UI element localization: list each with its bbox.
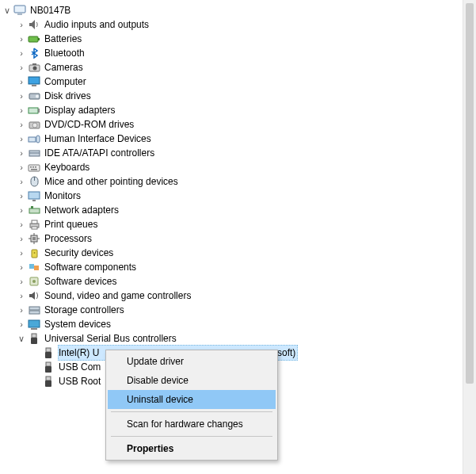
tree-label[interactable]: Audio inputs and outputs [44, 17, 151, 32]
tree-label[interactable]: Print queues [44, 216, 100, 232]
tree-label[interactable]: Keyboards [44, 159, 92, 175]
tree-label[interactable]: Universal Serial Bus controllers [44, 331, 179, 346]
tree-item-sound[interactable]: ›Sound, video and game controllers [16, 289, 476, 303]
chevron-right-icon[interactable]: › [16, 46, 27, 60]
chevron-right-icon[interactable]: › [16, 174, 27, 189]
chevron-right-icon[interactable]: › [16, 32, 27, 46]
svg-point-41 [33, 252, 35, 254]
tree-item-bluetooth[interactable]: ›Bluetooth [16, 46, 476, 60]
svg-rect-9 [32, 85, 36, 86]
tree-label[interactable]: IDE ATA/ATAPI controllers [44, 145, 157, 161]
chevron-right-icon[interactable]: › [16, 75, 27, 89]
chevron-right-icon[interactable]: › [16, 274, 27, 289]
tree-item-batteries[interactable]: ›Batteries [16, 32, 476, 46]
menu-scan-hardware[interactable]: Scan for hardware changes [108, 415, 276, 434]
tree-item-swcomp[interactable]: ›Software components [16, 260, 476, 274]
battery-icon [27, 32, 41, 45]
scrollbar[interactable] [463, 0, 476, 474]
svg-rect-49 [29, 320, 40, 327]
chevron-right-icon[interactable]: › [16, 317, 27, 331]
chevron-right-icon[interactable]: › [16, 260, 27, 274]
tree-item-security[interactable]: ›Security devices [16, 246, 476, 260]
chevron-right-icon[interactable]: › [16, 217, 27, 231]
chevron-right-icon[interactable]: › [16, 103, 27, 117]
chevron-right-icon[interactable]: › [16, 231, 27, 246]
tree-item-hid[interactable]: ›Human Interface Devices [16, 132, 476, 146]
bluetooth-icon [27, 47, 41, 59]
scrollbar-thumb[interactable] [466, 3, 474, 384]
tree-label[interactable]: Cameras [44, 59, 86, 75]
chevron-down-icon[interactable]: ∨ [2, 3, 13, 17]
tree-label[interactable]: Security devices [44, 245, 116, 261]
tree-item-dvd[interactable]: ›DVD/CD-ROM drives [16, 117, 476, 132]
tree-item-computer[interactable]: ›Computer [16, 75, 476, 89]
chevron-right-icon[interactable]: › [16, 132, 27, 146]
menu-disable-device[interactable]: Disable device [108, 371, 276, 390]
chevron-right-icon[interactable]: › [16, 89, 27, 103]
chevron-right-icon[interactable]: › [16, 60, 27, 75]
tree-item-monitors[interactable]: ›Monitors [16, 189, 476, 203]
tree-label[interactable]: DVD/CD-ROM drives [44, 117, 136, 132]
svg-rect-16 [29, 137, 36, 142]
tree-item-storage[interactable]: ›Storage controllers [16, 303, 476, 317]
tree-item-ide[interactable]: ›IDE ATA/ATAPI controllers [16, 146, 476, 160]
tree-item-display-adapters[interactable]: ›Display adapters [16, 103, 476, 117]
tree-label[interactable]: Processors [44, 231, 94, 247]
root-label[interactable]: NB0147B [29, 2, 73, 18]
printer-icon [27, 218, 41, 231]
menu-separator [111, 436, 272, 437]
tree-label[interactable]: System devices [44, 316, 113, 332]
tree-root[interactable]: ∨ NB0147B [2, 3, 476, 17]
tree-label[interactable]: Human Interface Devices [44, 131, 154, 147]
tree-item-mice[interactable]: ›Mice and other pointing devices [16, 174, 476, 189]
chevron-right-icon[interactable]: › [16, 160, 27, 174]
chevron-right-icon[interactable]: › [16, 146, 27, 160]
tree-label[interactable]: Display adapters [44, 102, 117, 118]
chevron-right-icon[interactable]: › [16, 246, 27, 260]
tree-label[interactable]: Software components [44, 259, 139, 275]
tree-item-swdev[interactable]: ›Software devices [16, 274, 476, 289]
tree-item-cameras[interactable]: ›Cameras [16, 60, 476, 75]
menu-properties[interactable]: Properties [108, 439, 276, 458]
tree-item-disk[interactable]: ›Disk drives [16, 89, 476, 103]
tree-label[interactable]: Monitors [44, 188, 83, 204]
tree-label[interactable]: Sound, video and game controllers [44, 288, 193, 304]
tree-item-usb[interactable]: ∨ Universal Serial Bus controllers [16, 331, 476, 346]
tree-item-keyboards[interactable]: ›Keyboards [16, 160, 476, 174]
chevron-right-icon[interactable]: › [16, 303, 27, 317]
menu-update-driver[interactable]: Update driver [108, 352, 276, 371]
tree-item-processors[interactable]: ›Processors [16, 231, 476, 246]
chevron-right-icon[interactable]: › [16, 17, 27, 32]
menu-separator [111, 411, 272, 412]
svg-rect-1 [17, 13, 22, 15]
tree-item-network[interactable]: ›Network adapters [16, 203, 476, 217]
chevron-right-icon[interactable]: › [16, 117, 27, 132]
tree-label[interactable]: Disk drives [44, 88, 93, 104]
tree-label[interactable]: Batteries [44, 31, 84, 47]
usb-icon [41, 346, 55, 359]
chevron-down-icon[interactable]: ∨ [16, 331, 27, 346]
svg-point-15 [32, 123, 37, 128]
svg-rect-51 [32, 334, 36, 338]
tree-label[interactable]: Network adapters [44, 202, 121, 218]
svg-rect-13 [38, 109, 40, 113]
menu-uninstall-device[interactable]: Uninstall device [108, 390, 276, 409]
sound-icon [27, 289, 41, 302]
tree-label[interactable]: Software devices [44, 273, 119, 289]
chevron-right-icon[interactable]: › [16, 189, 27, 203]
tree-label[interactable]: Storage controllers [44, 302, 127, 318]
tree-item-audio[interactable]: ›Audio inputs and outputs [16, 17, 476, 32]
svg-point-45 [32, 280, 36, 283]
svg-rect-48 [29, 311, 40, 314]
tree-label[interactable]: USB Com [58, 359, 103, 375]
tree-label[interactable]: USB Root [58, 373, 103, 389]
chevron-right-icon[interactable]: › [16, 289, 27, 303]
ide-icon [27, 147, 41, 159]
tree-label[interactable]: Bluetooth [44, 45, 87, 61]
tree-item-print[interactable]: ›Print queues [16, 217, 476, 231]
tree-item-system[interactable]: ›System devices [16, 317, 476, 331]
chevron-right-icon[interactable]: › [16, 203, 27, 217]
network-icon [27, 204, 41, 216]
tree-label[interactable]: Mice and other pointing devices [44, 174, 181, 189]
tree-label[interactable]: Computer [44, 74, 89, 90]
